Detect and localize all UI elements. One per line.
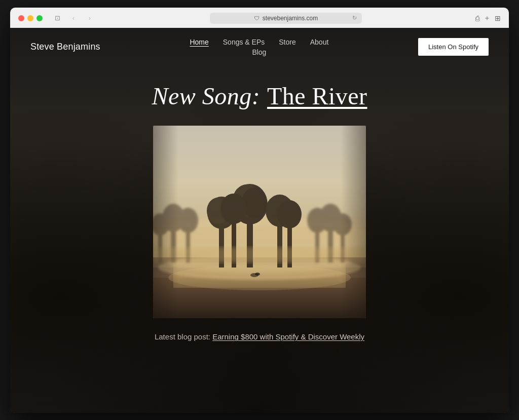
- svg-point-16: [178, 208, 198, 233]
- site-content: Steve Benjamins Home Songs & EPs Store A…: [10, 28, 509, 413]
- nav-blog[interactable]: Blog: [252, 48, 266, 56]
- svg-rect-36: [153, 247, 366, 262]
- hero-title-italic: New Song:: [152, 83, 260, 109]
- nav-links: Home Songs & EPs Store About Blog: [100, 38, 418, 56]
- hero-title: New Song: The River: [152, 82, 367, 111]
- new-tab-button[interactable]: ＋: [484, 14, 491, 23]
- svg-point-38: [255, 273, 260, 276]
- browser-toolbar-right: ⎙ ＋ ⊞: [475, 14, 501, 23]
- hero-title-underline: The River: [267, 83, 367, 109]
- nav-songs[interactable]: Songs & EPs: [223, 38, 265, 46]
- site-navigation: Steve Benjamins Home Songs & EPs Store A…: [10, 28, 509, 66]
- svg-point-22: [307, 208, 327, 233]
- blog-post-link[interactable]: Earning $800 with Spotify & Discover Wee…: [212, 332, 364, 341]
- minimize-button[interactable]: [27, 15, 33, 21]
- address-bar-container: 🛡 stevebenjamins.com ↻: [100, 13, 471, 24]
- url-text: stevebenjamins.com: [263, 15, 318, 22]
- svg-point-35: [277, 200, 302, 228]
- back-button[interactable]: ‹: [67, 13, 80, 24]
- address-bar[interactable]: 🛡 stevebenjamins.com ↻: [210, 13, 362, 24]
- close-button[interactable]: [18, 15, 24, 21]
- sidebar-toggle-button[interactable]: ⊡: [51, 13, 64, 24]
- traffic-lights: [18, 15, 43, 21]
- browser-chrome: ⊡ ‹ › 🛡 stevebenjamins.com ↻ ⎙ ＋ ⊞: [10, 8, 509, 28]
- main-content: New Song: The River: [10, 66, 509, 341]
- nav-about[interactable]: About: [310, 38, 329, 46]
- spotify-button[interactable]: Listen On Spotify: [418, 38, 489, 56]
- blog-post-text: Latest blog post: Earning $800 with Spot…: [155, 332, 364, 341]
- site-logo: Steve Benjamins: [30, 42, 100, 52]
- blog-post-prefix: Latest blog post:: [155, 332, 210, 341]
- album-artwork-container: [153, 126, 366, 318]
- river-scene-svg: [153, 126, 366, 318]
- refresh-icon[interactable]: ↻: [352, 15, 357, 21]
- nav-row-2: Blog: [252, 48, 266, 56]
- nav-home[interactable]: Home: [190, 38, 208, 46]
- maximize-button[interactable]: [36, 15, 43, 21]
- browser-controls: ⊡ ‹ ›: [51, 13, 96, 24]
- svg-rect-41: [153, 278, 366, 318]
- svg-point-31: [220, 194, 247, 224]
- forward-button[interactable]: ›: [83, 13, 96, 24]
- nav-store[interactable]: Store: [279, 38, 295, 46]
- nav-row-1: Home Songs & EPs Store About: [190, 38, 328, 46]
- browser-window: ⊡ ‹ › 🛡 stevebenjamins.com ↻ ⎙ ＋ ⊞ Steve…: [10, 8, 509, 413]
- share-icon[interactable]: ⎙: [475, 14, 479, 22]
- lock-icon: 🛡: [254, 15, 260, 21]
- grid-view-icon[interactable]: ⊞: [495, 14, 501, 22]
